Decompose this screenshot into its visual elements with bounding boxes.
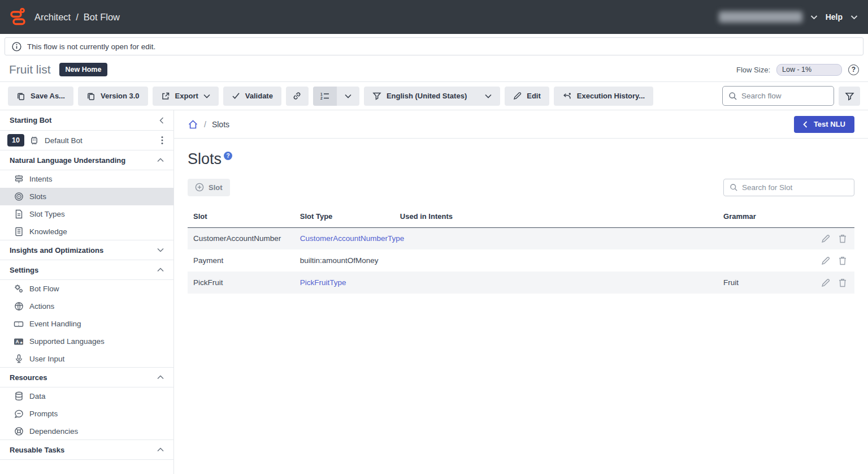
section-nlu[interactable]: Natural Language Understanding: [0, 150, 173, 170]
flow-sidebar: Starting Bot 10 Default Bot Natural Lan: [0, 110, 174, 474]
language-selector-button[interactable]: English (United States): [364, 87, 500, 106]
delete-slot-icon[interactable]: [839, 234, 847, 243]
main-content: / Slots Test NLU Slots ?: [174, 110, 868, 474]
home-icon[interactable]: [188, 119, 198, 130]
section-reusable-tasks[interactable]: Reusable Tasks: [0, 439, 173, 460]
flow-toolbar: Save As... Version 3.0 Export Validate: [0, 81, 868, 110]
search-icon: [728, 92, 737, 101]
slot-types-icon: [14, 209, 24, 219]
flow-search: [722, 86, 834, 106]
user-account-name[interactable]: [719, 11, 802, 23]
slot-search-input[interactable]: [742, 183, 848, 192]
table-row: Payment builtin:amountOfMoney: [188, 249, 854, 272]
add-slot-button[interactable]: Slot: [188, 179, 230, 196]
dependencies-icon: [14, 426, 24, 436]
sidebar-item-event-handling[interactable]: Event Handling: [0, 315, 173, 333]
sidebar-item-slot-types[interactable]: Slot Types: [0, 205, 173, 223]
flow-search-input[interactable]: [741, 92, 828, 100]
breadcrumb: / Slots Test NLU: [174, 110, 868, 139]
chevron-down-icon: [203, 94, 210, 98]
col-header-grammar: Grammar: [718, 206, 811, 228]
slot-type-link[interactable]: CustomerAccountNumberType: [300, 234, 405, 243]
test-nlu-button[interactable]: Test NLU: [794, 116, 854, 133]
bot-flow-gears-icon: [14, 284, 24, 294]
export-icon: [161, 92, 170, 101]
flow-filter-button[interactable]: [839, 87, 860, 106]
check-icon: [232, 92, 240, 100]
flow-size-help-icon[interactable]: ?: [848, 64, 859, 75]
app-breadcrumb: Architect / Bot Flow: [34, 12, 120, 23]
svg-text:A: A: [15, 339, 19, 344]
collapse-left-icon[interactable]: [159, 117, 164, 124]
top-bar: Architect / Bot Flow Help: [0, 0, 868, 34]
slot-name: Payment: [188, 249, 294, 272]
sidebar-item-supported-languages[interactable]: A ★ Supported Languages: [0, 333, 173, 350]
slots-help-icon[interactable]: ?: [224, 152, 232, 160]
edit-slot-icon[interactable]: [821, 256, 830, 265]
copy-link-button[interactable]: [286, 87, 309, 106]
grammar: [718, 249, 811, 272]
table-header-row: Slot Slot Type Used in Intents Grammar: [188, 206, 854, 228]
pencil-icon: [513, 92, 522, 100]
validate-button[interactable]: Validate: [223, 87, 281, 106]
sidebar-item-data[interactable]: Data: [0, 387, 173, 405]
chevron-up-icon: [157, 158, 164, 162]
user-chevron-down-icon[interactable]: [810, 15, 818, 20]
view-mode-split-button: 1 2: [313, 87, 359, 106]
section-insights[interactable]: Insights and Optimizations: [0, 240, 173, 260]
section-resources[interactable]: Resources: [0, 367, 173, 387]
sidebar-item-intents[interactable]: Intents: [0, 170, 173, 188]
slot-type-link[interactable]: PickFruitType: [300, 278, 346, 287]
slot-name: PickFruit: [188, 272, 294, 294]
page-heading: Slots: [188, 151, 222, 168]
table-row: PickFruit PickFruitType Fruit: [188, 272, 854, 294]
sidebar-item-bot-flow[interactable]: Bot Flow: [0, 280, 173, 298]
flow-size-meter: Low - 1%: [776, 64, 842, 76]
help-menu[interactable]: Help: [826, 12, 843, 21]
breadcrumb-current: Slots: [212, 120, 229, 129]
sidebar-item-slots[interactable]: Slots: [0, 188, 173, 205]
sidebar-item-prompts[interactable]: Prompts: [0, 405, 173, 423]
delete-slot-icon[interactable]: [839, 256, 847, 265]
chevron-up-icon: [157, 375, 164, 380]
section-starting-bot[interactable]: Starting Bot: [0, 110, 173, 131]
chevron-down-icon: [157, 248, 164, 252]
chevron-up-icon: [157, 268, 164, 272]
knowledge-icon: [14, 227, 24, 236]
sidebar-item-actions[interactable]: Actions: [0, 298, 173, 315]
sidebar-item-user-input[interactable]: User Input: [0, 350, 173, 368]
plus-circle-icon: [195, 183, 204, 192]
genesys-logo-icon[interactable]: [10, 7, 25, 27]
chevron-down-icon: [485, 94, 492, 98]
product-name: Architect: [34, 12, 71, 23]
edit-button[interactable]: Edit: [505, 87, 549, 106]
copy-icon: [86, 92, 96, 101]
col-header-slot: Slot: [188, 206, 294, 228]
kebab-menu-icon[interactable]: [158, 135, 167, 146]
numbered-list-button[interactable]: 1 2: [313, 87, 337, 106]
view-mode-chevron-button[interactable]: [337, 87, 359, 106]
export-button[interactable]: Export: [153, 87, 219, 106]
info-icon: [12, 42, 21, 51]
version-button[interactable]: Version 3.0: [78, 87, 148, 106]
flow-header: Fruit list New Home Flow Size: Low - 1% …: [0, 58, 868, 81]
sidebar-item-dependencies[interactable]: Dependencies: [0, 423, 173, 440]
data-database-icon: [14, 391, 24, 401]
edit-slot-icon[interactable]: [821, 278, 830, 287]
link-icon: [292, 91, 302, 101]
help-chevron-down-icon[interactable]: [850, 15, 858, 20]
svg-text:1: 1: [320, 92, 323, 96]
edit-slot-icon[interactable]: [821, 234, 830, 243]
bot-chip-icon: [29, 136, 40, 145]
execution-history-button[interactable]: Execution History...: [554, 87, 653, 106]
sidebar-item-default-bot[interactable]: 10 Default Bot: [0, 131, 173, 150]
col-header-slot-type: Slot Type: [294, 206, 394, 228]
svg-text:2: 2: [320, 96, 323, 100]
slot-type-builtin: builtin:amountOfMoney: [300, 256, 379, 265]
flow-name: Fruit list: [9, 63, 51, 76]
save-as-button[interactable]: Save As...: [8, 87, 73, 106]
delete-slot-icon[interactable]: [839, 278, 847, 287]
filter-funnel-icon: [845, 92, 854, 101]
section-settings[interactable]: Settings: [0, 260, 173, 280]
sidebar-item-knowledge[interactable]: Knowledge: [0, 223, 173, 240]
